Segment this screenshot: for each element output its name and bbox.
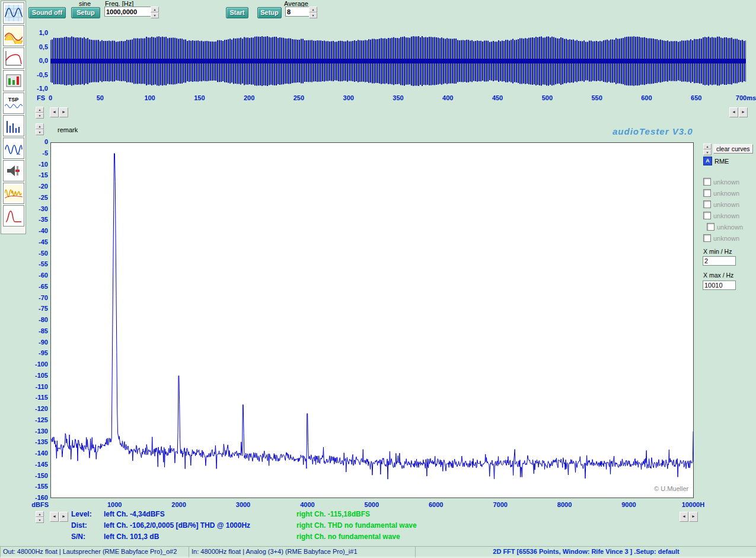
spin-up-icon[interactable]: ▲ xyxy=(151,7,159,12)
scroll-left-button[interactable]: ◄ xyxy=(680,512,688,522)
measurement-left-value: left Ch. 101,3 dB xyxy=(104,533,159,541)
curve-label: unknown xyxy=(717,224,743,231)
scroll-left-button[interactable]: ◄ xyxy=(50,107,59,117)
scope-x-tick: 700ms xyxy=(728,94,756,101)
scope-scroll-right: ◄ ► xyxy=(729,107,748,117)
fft-x-tick: 10000H xyxy=(675,501,711,508)
average-input[interactable] xyxy=(285,7,310,17)
scope-x-tick: 350 xyxy=(381,94,416,101)
fft-y-tick: -125 xyxy=(27,416,48,423)
measurement-right-value: right Ch. -115,18dBFS xyxy=(296,510,370,518)
curve-label: unknown xyxy=(713,212,739,219)
spin-down-icon[interactable]: ▼ xyxy=(309,12,317,18)
fft-y-tick: -30 xyxy=(27,205,48,212)
xmax-input[interactable] xyxy=(703,280,736,290)
scope-x-tick: 400 xyxy=(430,94,465,101)
scroll-right-button[interactable]: ► xyxy=(59,107,68,117)
measurement-left-value: left Ch. -4,34dBFS xyxy=(104,510,165,518)
fft-y-tick: -135 xyxy=(27,438,48,445)
fft-y-tick: -80 xyxy=(27,316,48,323)
curve-row: unknown xyxy=(703,212,739,219)
spin-down-icon[interactable]: ▼ xyxy=(36,113,44,119)
fft-x-tick: 2000 xyxy=(161,501,197,508)
scope-scroll-left: ◄ ► xyxy=(50,107,68,117)
fft-y-tick: -25 xyxy=(27,194,48,201)
scope-y-tick: 0,0 xyxy=(27,57,48,64)
fft-y-tick: 0 xyxy=(27,138,48,145)
curve-checkbox[interactable] xyxy=(703,200,711,208)
fft-x-tick: 8000 xyxy=(547,501,582,508)
spin-down-icon[interactable]: ▼ xyxy=(36,517,44,523)
fft-y-tick: -150 xyxy=(27,472,48,479)
frequency-input[interactable] xyxy=(104,7,152,17)
curve-checkbox[interactable] xyxy=(703,178,711,186)
spin-up-icon[interactable]: ▲ xyxy=(36,511,44,517)
fft-y-tick: -140 xyxy=(27,449,48,457)
start-button[interactable]: Start xyxy=(226,7,248,18)
spin-up-icon[interactable]: ▲ xyxy=(36,107,44,113)
fft-y-tick: -100 xyxy=(27,361,48,368)
signal-generator-icon[interactable] xyxy=(3,25,24,46)
fft-y-tick: -60 xyxy=(27,272,48,279)
tsp-icon[interactable]: TSP xyxy=(3,93,24,114)
fft-spectrum-plot xyxy=(50,142,694,498)
xmin-input[interactable] xyxy=(703,256,736,266)
fft-y-tick: -130 xyxy=(27,428,48,435)
watermark: © U.Mueller xyxy=(654,485,688,492)
scope-x-tick: 500 xyxy=(529,94,565,101)
spin-up-icon[interactable]: ▲ xyxy=(309,7,317,12)
spectrum-analyzer-icon[interactable] xyxy=(3,115,24,136)
spin-down-icon[interactable]: ▼ xyxy=(36,129,44,135)
clear-curves-button[interactable]: clear curves xyxy=(713,144,753,154)
wavelet-icon[interactable] xyxy=(3,138,24,159)
curve-checkbox[interactable] xyxy=(703,189,711,197)
measurement-name: Dist: xyxy=(71,521,87,530)
scroll-right-button[interactable]: ► xyxy=(59,512,68,522)
generator-setup-button[interactable]: Setup xyxy=(71,7,100,18)
scroll-right-button[interactable]: ► xyxy=(739,107,748,117)
scope-x-tick: 100 xyxy=(132,94,168,101)
scope-y-tick: -1,0 xyxy=(27,85,48,92)
status-fft-info: 2D FFT [65536 Points, Window: Rife Vince… xyxy=(415,546,756,557)
scope-y-tick: -0,5 xyxy=(27,71,48,78)
fft-scroll-left: ◄ ► xyxy=(50,512,68,522)
frequency-response-icon[interactable] xyxy=(3,47,24,69)
xmin-label: X min / Hz xyxy=(703,248,732,255)
scope-x-tick: 600 xyxy=(629,94,664,101)
step-response-icon[interactable] xyxy=(3,205,24,227)
curve-checkbox[interactable] xyxy=(707,223,714,231)
curve-checkbox[interactable] xyxy=(703,234,711,242)
sound-off-button[interactable]: Sound off xyxy=(28,7,66,18)
level-meter-icon[interactable] xyxy=(3,70,24,91)
curve-a-selector[interactable]: A xyxy=(703,157,712,165)
fft-zoom-spinner: ▲ ▼ xyxy=(36,511,44,522)
sweep-icon[interactable] xyxy=(3,183,24,204)
curve-checkbox[interactable] xyxy=(703,212,711,219)
fft-y-tick: -65 xyxy=(27,283,48,290)
fft-scroll-right: ◄ ► xyxy=(680,512,698,522)
scope-x-tick: 150 xyxy=(181,94,217,101)
curve-label: unknown xyxy=(713,201,739,208)
scope-x-tick: 0 xyxy=(33,94,68,101)
scroll-left-button[interactable]: ◄ xyxy=(50,512,59,522)
scope-x-tick: 250 xyxy=(281,94,317,101)
scope-x-tick: 300 xyxy=(331,94,366,101)
scroll-right-button[interactable]: ► xyxy=(689,512,698,522)
curve-label: unknown xyxy=(713,235,739,242)
spin-up-icon[interactable]: ▲ xyxy=(703,144,712,149)
fft-y-tick: -105 xyxy=(27,372,48,379)
analyzer-setup-button[interactable]: Setup xyxy=(257,7,282,18)
spin-down-icon[interactable]: ▼ xyxy=(151,12,159,18)
fft-unit-label: dBFS xyxy=(26,501,49,508)
curve-row: unknown xyxy=(703,200,739,208)
fft-y-tick: -85 xyxy=(27,327,48,334)
curve-row: unknown xyxy=(703,189,739,197)
spin-up-icon[interactable]: ▲ xyxy=(36,123,44,129)
oscilloscope-icon[interactable] xyxy=(3,2,24,24)
remark-spinner: ▲ ▼ xyxy=(36,123,44,135)
fft-y-tick: -120 xyxy=(27,405,48,412)
scope-waveform-plot xyxy=(50,27,746,93)
spin-down-icon[interactable]: ▼ xyxy=(703,149,712,155)
scroll-left-button[interactable]: ◄ xyxy=(729,107,738,117)
impedance-icon[interactable] xyxy=(3,160,24,181)
